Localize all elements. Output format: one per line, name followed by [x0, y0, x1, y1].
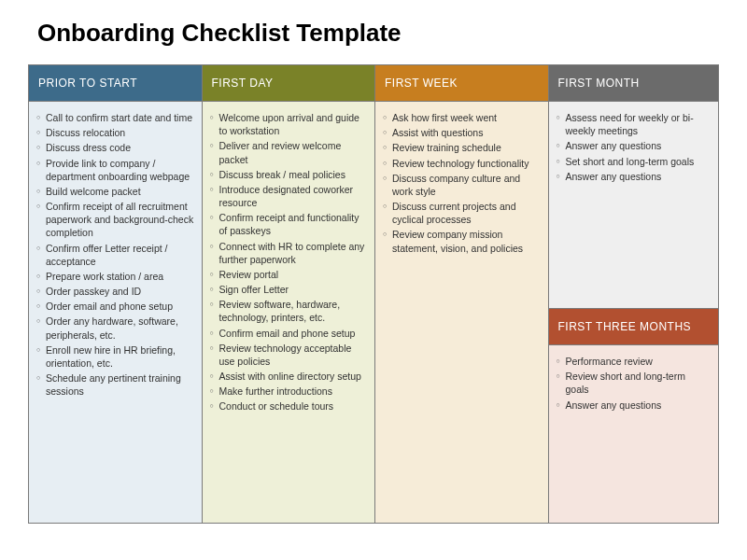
- list-item: Review software, hardware, technology, p…: [208, 298, 368, 324]
- list-item: Introduce designated coworker resource: [208, 183, 368, 209]
- list-item: Assist with online directory setup: [208, 370, 368, 383]
- checklist-grid: PRIOR TO START Call to confirm start dat…: [28, 64, 719, 524]
- list-item: Review training schedule: [381, 141, 541, 154]
- list-item: Conduct or schedule tours: [208, 399, 368, 413]
- list-item: Enroll new hire in HR briefing, orientat…: [35, 343, 194, 370]
- items-first-three-months: Performance reviewReview short and long-…: [555, 355, 712, 412]
- list-item: Deliver and review welcome packet: [208, 139, 368, 165]
- list-item: Build welcome packet: [35, 185, 194, 198]
- items-first-day: Welcome upon arrival and guide to workst…: [208, 111, 368, 413]
- page-title: Onboarding Checklist Template: [37, 19, 719, 48]
- list-item: Make further introductions: [208, 385, 368, 398]
- list-item: Welcome upon arrival and guide to workst…: [208, 111, 368, 137]
- list-item: Performance review: [555, 355, 712, 368]
- body-first-day: Welcome upon arrival and guide to workst…: [203, 102, 375, 523]
- list-item: Discuss dress code: [35, 141, 194, 154]
- section-first-month: FIRST MONTH Assess need for weekly or bi…: [549, 65, 719, 308]
- list-item: Review portal: [208, 268, 368, 281]
- section-first-three-months: FIRST THREE MONTHS Performance reviewRev…: [549, 308, 719, 523]
- list-item: Discuss current projects and cyclical pr…: [381, 200, 541, 226]
- list-item: Schedule any pertinent training sessions: [35, 371, 194, 398]
- items-first-week: Ask how first week wentAssist with quest…: [381, 111, 541, 255]
- list-item: Connect with HR to complete any further …: [208, 240, 368, 266]
- list-item: Assess need for weekly or bi-weekly meet…: [555, 111, 712, 137]
- list-item: Provide link to company / department onb…: [35, 157, 194, 183]
- header-prior-to-start: PRIOR TO START: [29, 65, 202, 102]
- body-first-week: Ask how first week wentAssist with quest…: [375, 102, 548, 523]
- list-item: Order any hardware, software, peripheral…: [35, 315, 194, 341]
- items-first-month: Assess need for weekly or bi-weekly meet…: [555, 111, 712, 183]
- column-right: FIRST MONTH Assess need for weekly or bi…: [549, 65, 719, 523]
- header-first-three-months: FIRST THREE MONTHS: [549, 309, 719, 345]
- list-item: Confirm receipt and functionality of pas…: [208, 211, 368, 237]
- list-item: Order email and phone setup: [35, 300, 194, 313]
- body-first-month: Assess need for weekly or bi-weekly meet…: [549, 102, 719, 308]
- list-item: Prepare work station / area: [35, 270, 194, 283]
- list-item: Call to confirm start date and time: [35, 111, 194, 124]
- header-first-month: FIRST MONTH: [549, 65, 719, 102]
- header-first-week: FIRST WEEK: [375, 65, 548, 102]
- list-item: Confirm offer Letter receipt / acceptanc…: [35, 242, 194, 268]
- list-item: Review company mission statement, vision…: [381, 228, 541, 254]
- list-item: Answer any questions: [555, 170, 712, 183]
- list-item: Confirm receipt of all recruitment paper…: [35, 200, 194, 240]
- list-item: Discuss relocation: [35, 126, 194, 139]
- list-item: Set short and long-term goals: [555, 155, 712, 168]
- column-first-day: FIRST DAY Welcome upon arrival and guide…: [203, 65, 376, 523]
- body-prior-to-start: Call to confirm start date and timeDiscu…: [29, 102, 202, 523]
- column-prior-to-start: PRIOR TO START Call to confirm start dat…: [29, 65, 203, 523]
- column-first-week: FIRST WEEK Ask how first week wentAssist…: [375, 65, 549, 523]
- header-first-day: FIRST DAY: [203, 65, 375, 102]
- list-item: Answer any questions: [555, 139, 712, 152]
- list-item: Answer any questions: [555, 399, 712, 412]
- list-item: Discuss break / meal policies: [208, 168, 368, 181]
- list-item: Review short and long-term goals: [555, 370, 712, 396]
- list-item: Discuss company culture and work style: [381, 172, 541, 198]
- list-item: Review technology functionality: [381, 157, 541, 170]
- body-first-three-months: Performance reviewReview short and long-…: [549, 345, 719, 523]
- list-item: Review technology acceptable use policie…: [208, 342, 368, 368]
- list-item: Sign offer Letter: [208, 283, 368, 296]
- list-item: Ask how first week went: [381, 111, 541, 124]
- list-item: Order passkey and ID: [35, 285, 194, 298]
- items-prior-to-start: Call to confirm start date and timeDiscu…: [35, 111, 194, 398]
- list-item: Confirm email and phone setup: [208, 327, 368, 340]
- list-item: Assist with questions: [381, 126, 541, 139]
